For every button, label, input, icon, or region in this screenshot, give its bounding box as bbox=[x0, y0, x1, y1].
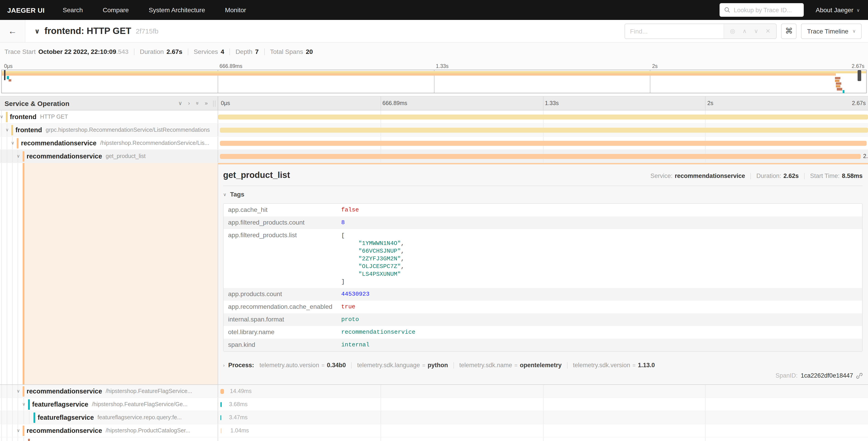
span-row[interactable]: featureflagservicefeatureflagservice.rep… bbox=[0, 411, 868, 424]
span-row[interactable]: ∨frontendgrpc.hipstershop.Recommendation… bbox=[0, 124, 868, 137]
minimap-span-mark bbox=[836, 82, 841, 85]
duration-value: 2.62s bbox=[783, 173, 799, 179]
tag-value: true bbox=[340, 301, 360, 313]
span-name-cell[interactable]: ∨frontendgrpc.hipstershop.Recommendation… bbox=[0, 124, 218, 136]
about-jaeger-menu[interactable]: About Jaeger ∨ bbox=[816, 6, 860, 13]
chevron-down-icon[interactable]: ∨ bbox=[5, 127, 9, 132]
timeline-ticks: 0μs666.89ms1.33s2s2.67s bbox=[218, 96, 868, 110]
next-result-icon[interactable]: ∨ bbox=[754, 28, 758, 34]
prev-result-icon[interactable]: ∧ bbox=[742, 28, 747, 34]
divider bbox=[454, 362, 454, 368]
span-color-band bbox=[22, 163, 24, 384]
tag-row[interactable]: app.cache_hitfalse bbox=[223, 204, 862, 216]
span-row[interactable]: ∨featureflagservice/hipstershop.FeatureF… bbox=[0, 398, 868, 411]
arrow-left-icon: ← bbox=[8, 26, 17, 36]
span-name-cell[interactable] bbox=[0, 437, 218, 441]
nav-item-monitor[interactable]: Monitor bbox=[215, 0, 256, 20]
chevron-down-icon[interactable]: ∨ bbox=[11, 140, 14, 145]
span-timeline-cell[interactable] bbox=[218, 124, 868, 136]
span-timeline-cell[interactable]: 2.62s bbox=[218, 150, 868, 163]
tag-value: proto bbox=[340, 313, 363, 325]
expand-all-icon[interactable]: » bbox=[205, 100, 208, 107]
find-input[interactable] bbox=[625, 24, 724, 38]
span-timeline-cell[interactable]: 3.68ms bbox=[218, 398, 868, 411]
service-color-chip bbox=[28, 439, 30, 441]
chevron-down-icon[interactable]: ∨ bbox=[22, 402, 26, 407]
chevron-down-icon[interactable]: ∨ bbox=[17, 428, 20, 433]
span-row[interactable] bbox=[0, 437, 868, 441]
span-bar[interactable] bbox=[221, 402, 222, 407]
span-bar[interactable] bbox=[220, 128, 868, 133]
span-timeline-cell[interactable]: 1.04ms bbox=[218, 424, 868, 437]
tag-row[interactable]: app.filtered_products.count8 bbox=[223, 216, 862, 229]
span-row[interactable]: ∨recommendationservice/hipstershop.Recom… bbox=[0, 137, 868, 150]
span-bar[interactable] bbox=[221, 415, 221, 420]
process-field: telemetry.sdk.version=1.13.0 bbox=[573, 362, 655, 369]
keyboard-shortcuts-button[interactable]: ⌘ bbox=[781, 23, 797, 39]
span-name-cell[interactable]: ∨recommendationservice/hipstershop.Produ… bbox=[0, 424, 218, 437]
tick-label: 2.67s bbox=[852, 100, 866, 107]
span-row[interactable]: ∨recommendationservice/hipstershop.Featu… bbox=[0, 385, 868, 398]
span-timeline-cell[interactable]: 14.49ms bbox=[218, 385, 868, 398]
span-row[interactable]: ∨frontendHTTP GET bbox=[0, 111, 868, 124]
process-row[interactable]: › Process: telemetry.auto.version=0.34b0… bbox=[223, 362, 863, 369]
search-icon bbox=[724, 7, 731, 13]
minimap-span-mark bbox=[836, 85, 840, 87]
tag-row[interactable]: internal.span.formatproto bbox=[223, 313, 862, 326]
tag-value: ["1YMWWN1N4O","66VCHSJNUP","2ZYFJ3GM2N",… bbox=[340, 229, 409, 288]
tag-row[interactable]: app.filtered_products.list["1YMWWN1N4O",… bbox=[223, 229, 862, 288]
tag-row[interactable]: app.products.count44530923 bbox=[223, 288, 862, 301]
span-bar[interactable] bbox=[220, 141, 867, 146]
minimap-canvas[interactable] bbox=[1, 70, 867, 93]
trace-id-lookup[interactable] bbox=[720, 3, 804, 17]
trace-collapse-chevron-icon[interactable]: ∨ bbox=[34, 27, 40, 35]
tag-key: app.products.count bbox=[223, 288, 340, 300]
collapse-all-icon[interactable]: » bbox=[194, 101, 200, 105]
span-timeline-cell[interactable] bbox=[218, 111, 868, 123]
span-timeline-cell[interactable]: 3.47ms bbox=[218, 411, 868, 424]
span-row[interactable]: ∨recommendationservice/hipstershop.Produ… bbox=[0, 424, 868, 437]
column-resizer-handle[interactable] bbox=[213, 100, 215, 107]
minimap-span-mark bbox=[843, 90, 845, 93]
tag-row[interactable]: span.kindinternal bbox=[223, 339, 862, 351]
nav-item-compare[interactable]: Compare bbox=[93, 0, 139, 20]
tag-row[interactable]: app.recommendation.cache_enabledtrue bbox=[223, 301, 862, 313]
chevron-down-icon[interactable]: ∨ bbox=[17, 388, 20, 393]
span-bar[interactable] bbox=[218, 115, 868, 120]
link-icon[interactable] bbox=[856, 373, 863, 379]
divider bbox=[750, 173, 751, 179]
span-bar[interactable] bbox=[220, 154, 861, 159]
service-label: Service: bbox=[651, 173, 673, 179]
trace-id-input[interactable] bbox=[734, 6, 800, 13]
span-row[interactable]: ∨recommendationserviceget_product_list2.… bbox=[0, 150, 868, 163]
back-button[interactable]: ← bbox=[0, 20, 25, 42]
span-name-cell[interactable]: ∨recommendationservice/hipstershop.Recom… bbox=[0, 137, 218, 149]
indent-guide bbox=[12, 411, 13, 424]
span-bar[interactable] bbox=[220, 389, 224, 394]
clear-find-icon[interactable]: ✕ bbox=[766, 28, 771, 34]
tag-row[interactable]: otel.library.namerecommendationservice bbox=[223, 326, 862, 339]
tick-label: 666.89ms bbox=[382, 100, 407, 107]
nav-item-search[interactable]: Search bbox=[53, 0, 93, 20]
collapse-one-icon[interactable]: ∨ bbox=[178, 100, 182, 107]
view-select-button[interactable]: Trace Timeline ∨ bbox=[801, 23, 862, 39]
trace-summary-bar: Trace StartOctober 22 2022, 22:10:09.543… bbox=[0, 42, 868, 61]
span-bar[interactable] bbox=[221, 428, 221, 433]
span-name-cell[interactable]: ∨recommendationservice/hipstershop.Featu… bbox=[0, 385, 218, 398]
span-name-cell[interactable]: featureflagservicefeatureflagservice.rep… bbox=[0, 411, 218, 424]
indent-guide bbox=[1, 437, 2, 441]
locate-icon[interactable]: ◎ bbox=[730, 28, 735, 34]
chevron-down-icon[interactable]: ∨ bbox=[0, 114, 3, 119]
span-timeline-cell[interactable] bbox=[218, 437, 868, 441]
tags-section-toggle[interactable]: ∨ Tags bbox=[223, 190, 863, 198]
span-name-cell[interactable]: ∨recommendationserviceget_product_list bbox=[0, 150, 218, 163]
nav-item-system-architecture[interactable]: System Architecture bbox=[139, 0, 215, 20]
chevron-down-icon[interactable]: ∨ bbox=[17, 153, 20, 158]
indent-guide bbox=[23, 437, 24, 441]
span-name-cell[interactable]: ∨featureflagservice/hipstershop.FeatureF… bbox=[0, 398, 218, 411]
expand-one-icon[interactable]: › bbox=[188, 100, 190, 107]
span-name-cell[interactable]: ∨frontendHTTP GET bbox=[0, 111, 218, 123]
span-detail-rail-fill bbox=[24, 163, 218, 384]
span-timeline-cell[interactable] bbox=[218, 137, 868, 149]
app-logo[interactable]: JAEGER UI bbox=[0, 6, 53, 14]
